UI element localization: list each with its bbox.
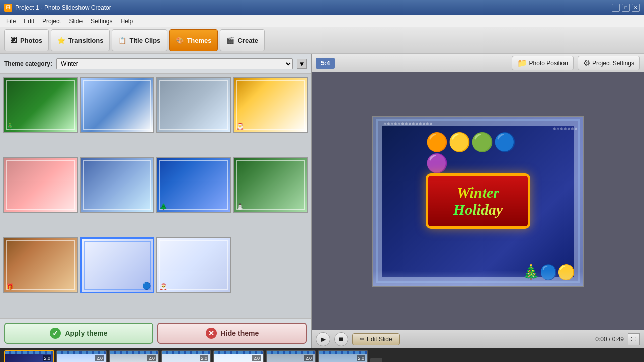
filmstrip-item-7[interactable]: ⛪ 2.0 7 ★ T 5.0: [318, 350, 368, 362]
title-clips-button[interactable]: 📋 Title Clips: [112, 29, 167, 51]
filmstrip-thumb-4: ⛷ 2.0: [162, 351, 210, 362]
filmstrip-item-2[interactable]: ⛰ 2.0 2 ★ T 5.0: [56, 350, 107, 362]
play-button[interactable]: ▶: [316, 332, 330, 346]
menu-file[interactable]: File: [2, 17, 20, 26]
theme-thumb-3[interactable]: [156, 77, 231, 133]
slide-preview: ❄❅❄❅❄❅❄❅❄❅❄❅❄❅ ❅❄❅❄❅❄❅ 🟠🟡🟢🔵🟣 Winter Holi…: [372, 116, 584, 287]
category-label: Theme category:: [4, 60, 52, 67]
hide-theme-button[interactable]: ✕ Hide theme: [157, 323, 307, 344]
restore-button[interactable]: □: [622, 4, 630, 12]
filmstrip-item-3[interactable]: 🏔 2.0 3 ★ T 5.0: [109, 350, 159, 362]
apply-theme-button[interactable]: ✓ Apply theme: [4, 323, 153, 344]
filmstrip-thumb-7: ⛪ 2.0: [319, 351, 367, 362]
category-select[interactable]: Winter Summer Spring Autumn: [56, 58, 293, 69]
edit-slide-button[interactable]: ✏ Edit Slide: [352, 333, 400, 345]
photos-label: Photos: [20, 37, 42, 44]
theme-thumb-5[interactable]: [3, 157, 78, 213]
toolbar: 🖼 Photos ⭐ Transitions 📋 Title Clips 🎨 T…: [0, 27, 644, 54]
stop-button[interactable]: ⏹: [334, 332, 348, 346]
time-current: 0:00: [595, 336, 607, 343]
filmstrip-thumb-2: ⛰ 2.0: [57, 351, 106, 362]
theme-thumb-9[interactable]: 🎁: [3, 237, 78, 293]
filmstrip-item-1[interactable]: 🎄 2.0 1 ★ T 5.0: [4, 350, 54, 362]
gear-icon: ⚙: [583, 58, 590, 68]
hide-theme-label: Hide theme: [221, 329, 259, 337]
left-panel: Theme category: Winter Summer Spring Aut…: [0, 54, 312, 348]
filmstrip-thumb-1: 🎄 2.0: [5, 351, 53, 362]
preview-area: ❄❅❄❅❄❅❄❅❄❅❄❅❄❅ ❅❄❅❄❅❄❅ 🟠🟡🟢🔵🟣 Winter Holi…: [312, 72, 644, 330]
project-settings-label: Project Settings: [592, 60, 634, 67]
create-label: Create: [237, 37, 258, 44]
menu-settings[interactable]: Settings: [87, 17, 116, 26]
theme-grid: 🎄 🎅 🌲: [0, 74, 311, 318]
theme-thumb-selected[interactable]: 🔵: [80, 237, 155, 293]
aspect-ratio-button[interactable]: 5:4: [316, 58, 335, 69]
time-display: 0:00 / 0:49: [595, 336, 624, 343]
pencil-icon: ✏: [360, 336, 365, 343]
themes-icon: 🎨: [176, 37, 184, 44]
filmstrip-item-5[interactable]: 🏔 2.0 5 ★ T 5.0: [213, 350, 264, 362]
filmstrip-thumb-3: 🏔 2.0: [110, 351, 158, 362]
titlebar: 🎞 Project 1 - Photo Slideshow Creator ─ …: [0, 0, 644, 15]
filmstrip-thumb-5: 🏔 2.0: [214, 351, 263, 362]
theme-thumb-1[interactable]: 🎄: [3, 77, 78, 133]
filmstrip-item-6[interactable]: 🌆 2.0 6 ★ T 5.0: [266, 350, 316, 362]
title-clips-icon: 📋: [118, 37, 126, 44]
theme-actions: ✓ Apply theme ✕ Hide theme: [0, 318, 311, 348]
menu-project[interactable]: Project: [38, 17, 65, 26]
photo-position-label: Photo Position: [529, 60, 568, 67]
transitions-button[interactable]: ⭐ Transitions: [51, 29, 110, 51]
app-icon: 🎞: [4, 4, 12, 12]
theme-thumb-7[interactable]: 🌲: [156, 157, 231, 213]
filmstrip-next-button[interactable]: ›: [370, 358, 382, 362]
category-dropdown-btn[interactable]: ▼: [297, 59, 307, 69]
create-icon: 🎬: [226, 37, 234, 44]
window-title: Project 1 - Photo Slideshow Creator: [15, 4, 612, 11]
themes-button[interactable]: 🎨 Themes: [169, 29, 218, 51]
playback-bar: ▶ ⏹ ✏ Edit Slide 0:00 / 0:49 ⛶: [312, 330, 644, 348]
transitions-icon: ⭐: [57, 37, 65, 44]
main-content: Theme category: Winter Summer Spring Aut…: [0, 54, 644, 348]
photos-icon: 🖼: [11, 37, 17, 44]
photo-position-button[interactable]: 📁 Photo Position: [512, 56, 574, 70]
close-button[interactable]: ✕: [632, 4, 640, 12]
theme-thumb-4[interactable]: 🎅: [233, 77, 308, 133]
theme-thumb-12[interactable]: 🎅: [156, 237, 231, 293]
photo-position-icon: 📁: [517, 58, 527, 68]
title-clips-label: Title Clips: [129, 37, 160, 44]
theme-thumb-8[interactable]: ⛄: [233, 157, 308, 213]
window-controls: ─ □ ✕: [612, 4, 640, 12]
filmstrip: 🎄 2.0 1 ★ T 5.0 ⛰ 2.0 2 ★ T 5.0 🏔 2.0 3: [0, 348, 644, 362]
menu-help[interactable]: Help: [116, 17, 137, 26]
preview-title: Winter Holiday: [453, 184, 503, 218]
themes-label: Themes: [187, 37, 211, 44]
edit-slide-label: Edit Slide: [367, 336, 392, 343]
create-button[interactable]: 🎬 Create: [220, 29, 264, 51]
project-settings-button[interactable]: ⚙ Project Settings: [578, 56, 640, 70]
menu-edit[interactable]: Edit: [20, 17, 38, 26]
theme-category-bar: Theme category: Winter Summer Spring Aut…: [0, 54, 311, 74]
photos-button[interactable]: 🖼 Photos: [4, 29, 49, 51]
hide-x-icon: ✕: [206, 328, 217, 339]
minimize-button[interactable]: ─: [612, 4, 620, 12]
filmstrip-item-4[interactable]: ⛷ 2.0 4 ★ T 5.0: [161, 350, 211, 362]
menubar: File Edit Project Slide Settings Help: [0, 15, 644, 27]
theme-thumb-2[interactable]: [80, 77, 155, 133]
apply-check-icon: ✓: [50, 328, 61, 339]
right-panel: 5:4 📁 Photo Position ⚙ Project Settings: [312, 54, 644, 348]
theme-thumb-6[interactable]: [80, 157, 155, 213]
menu-slide[interactable]: Slide: [65, 17, 87, 26]
filmstrip-thumb-6: 🌆 2.0: [267, 351, 315, 362]
preview-toolbar: 5:4 📁 Photo Position ⚙ Project Settings: [312, 54, 644, 72]
apply-theme-label: Apply theme: [65, 329, 107, 337]
time-total: 0:49: [612, 336, 624, 343]
transitions-label: Transitions: [68, 37, 103, 44]
fullscreen-button[interactable]: ⛶: [628, 333, 640, 345]
theme-thumb-empty: [233, 237, 308, 315]
time-separator: /: [609, 336, 612, 343]
